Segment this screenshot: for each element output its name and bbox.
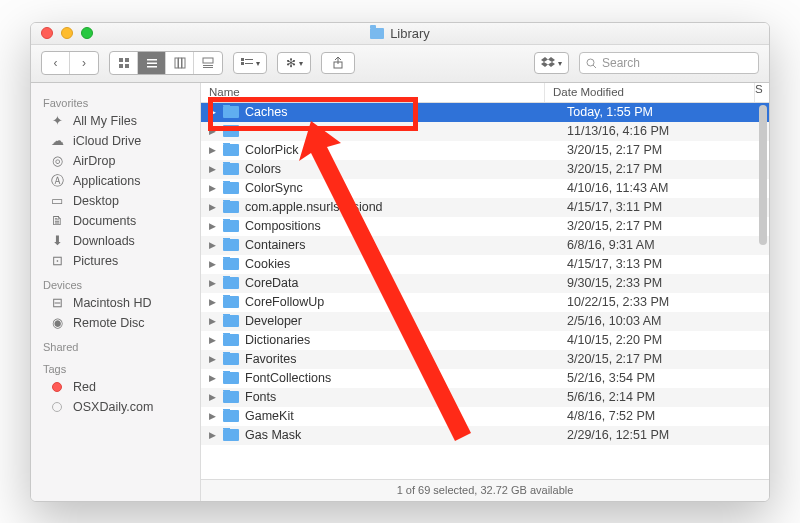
- row-date-cell: 3/20/15, 2:17 PM: [559, 162, 769, 176]
- chevron-down-icon: ▾: [299, 59, 303, 68]
- pictures-icon: ⊡: [49, 254, 65, 268]
- row-date-cell: 3/20/15, 2:17 PM: [559, 352, 769, 366]
- window-title-text: Library: [390, 26, 430, 41]
- titlebar: Library: [31, 23, 769, 45]
- forward-button[interactable]: ›: [70, 52, 98, 74]
- column-date-modified[interactable]: Date Modified: [545, 83, 755, 102]
- column-size[interactable]: S: [755, 83, 769, 102]
- row-name-text: FontCollections: [245, 371, 331, 385]
- disclosure-triangle-icon[interactable]: ▶: [207, 145, 217, 155]
- sidebar-item[interactable]: OSXDaily.com: [31, 397, 200, 417]
- table-row[interactable]: ▶Colors3/20/15, 2:17 PM: [201, 160, 769, 179]
- table-row[interactable]: ▶Cookies4/15/17, 3:13 PM: [201, 255, 769, 274]
- table-row[interactable]: ▶CoreFollowUp10/22/15, 2:33 PM: [201, 293, 769, 312]
- view-icon-grid[interactable]: [110, 52, 138, 74]
- table-row[interactable]: ▶CoreData9/30/15, 2:33 PM: [201, 274, 769, 293]
- disclosure-triangle-icon[interactable]: ▶: [207, 373, 217, 383]
- disclosure-triangle-icon[interactable]: ▶: [207, 202, 217, 212]
- sidebar-item-label: Applications: [73, 174, 140, 188]
- table-row[interactable]: ▶Favorites3/20/15, 2:17 PM: [201, 350, 769, 369]
- view-icon-coverflow[interactable]: [194, 52, 222, 74]
- row-name-text: Gas Mask: [245, 428, 301, 442]
- row-date-cell: Today, 1:55 PM: [559, 105, 769, 119]
- view-icon-list[interactable]: [138, 52, 166, 74]
- view-icon-columns[interactable]: [166, 52, 194, 74]
- table-row[interactable]: ▶ColorSync4/10/16, 11:43 AM: [201, 179, 769, 198]
- disclosure-triangle-icon[interactable]: ▶: [207, 240, 217, 250]
- close-button[interactable]: [41, 27, 53, 39]
- vertical-scrollbar[interactable]: [759, 105, 767, 245]
- arrange-button[interactable]: ▾: [233, 52, 267, 74]
- disclosure-triangle-icon[interactable]: ▶: [207, 430, 217, 440]
- back-button[interactable]: ‹: [42, 52, 70, 74]
- table-row[interactable]: ▶Compositions3/20/15, 2:17 PM: [201, 217, 769, 236]
- table-row[interactable]: ▶ColorPick3/20/15, 2:17 PM: [201, 141, 769, 160]
- sidebar-item[interactable]: ◎AirDrop: [31, 151, 200, 171]
- disclosure-triangle-icon[interactable]: ▶: [207, 335, 217, 345]
- dropbox-icon: [541, 57, 555, 69]
- sidebar-item-label: Downloads: [73, 234, 135, 248]
- svg-marker-22: [548, 62, 555, 67]
- table-row[interactable]: ▶GameKit4/8/16, 7:52 PM: [201, 407, 769, 426]
- sidebar-item[interactable]: ⬇Downloads: [31, 231, 200, 251]
- table-row[interactable]: ▶CachesToday, 1:55 PM: [201, 103, 769, 122]
- table-row[interactable]: ▶Gas Mask2/29/16, 12:51 PM: [201, 426, 769, 445]
- sidebar-header: Favorites: [31, 89, 200, 111]
- sidebar-item[interactable]: ✦All My Files: [31, 111, 200, 131]
- folder-icon: [223, 353, 239, 365]
- row-name-cell: ▶CoreData: [201, 276, 559, 290]
- row-name-text: Cookies: [245, 257, 290, 271]
- row-name-text: Colors: [245, 162, 281, 176]
- disclosure-triangle-icon[interactable]: ▶: [207, 392, 217, 402]
- sidebar-item[interactable]: Red: [31, 377, 200, 397]
- table-row[interactable]: ▶Dictionaries4/10/15, 2:20 PM: [201, 331, 769, 350]
- sidebar-item[interactable]: ☁iCloud Drive: [31, 131, 200, 151]
- row-date-cell: 4/15/17, 3:11 PM: [559, 200, 769, 214]
- sidebar-item[interactable]: 🗎Documents: [31, 211, 200, 231]
- share-button[interactable]: [321, 52, 355, 74]
- table-row[interactable]: ▶Containers6/8/16, 9:31 AM: [201, 236, 769, 255]
- status-bar: 1 of 69 selected, 32.72 GB available: [201, 479, 769, 501]
- disclosure-triangle-icon[interactable]: ▶: [207, 411, 217, 421]
- svg-rect-6: [147, 66, 157, 68]
- disclosure-triangle-icon[interactable]: ▶: [207, 297, 217, 307]
- row-name-cell: ▶Favorites: [201, 352, 559, 366]
- zoom-button[interactable]: [81, 27, 93, 39]
- sidebar-item[interactable]: ⊟Macintosh HD: [31, 293, 200, 313]
- sidebar-item[interactable]: ◉Remote Disc: [31, 313, 200, 333]
- disclosure-triangle-icon[interactable]: ▶: [207, 259, 217, 269]
- content: Name Date Modified S ▶CachesToday, 1:55 …: [201, 83, 769, 501]
- sidebar-header: Devices: [31, 271, 200, 293]
- disclosure-triangle-icon[interactable]: ▶: [207, 278, 217, 288]
- column-name[interactable]: Name: [201, 83, 545, 102]
- row-name-cell: ▶Gas Mask: [201, 428, 559, 442]
- table-row[interactable]: ▶com.apple.nsurlsessiond4/15/17, 3:11 PM: [201, 198, 769, 217]
- arrange-icon: [241, 58, 253, 68]
- disclosure-triangle-icon[interactable]: ▶: [207, 107, 217, 117]
- dropbox-button[interactable]: ▾: [534, 52, 569, 74]
- finder-window: Library ‹ › ▾ ✻ ▾: [30, 22, 770, 502]
- sidebar-item[interactable]: ⊡Pictures: [31, 251, 200, 271]
- table-row[interactable]: ▶Developer2/5/16, 10:03 AM: [201, 312, 769, 331]
- minimize-button[interactable]: [61, 27, 73, 39]
- disclosure-triangle-icon[interactable]: ▶: [207, 126, 217, 136]
- disclosure-triangle-icon[interactable]: ▶: [207, 354, 217, 364]
- disclosure-triangle-icon[interactable]: ▶: [207, 221, 217, 231]
- sidebar-item[interactable]: ▭Desktop: [31, 191, 200, 211]
- file-list[interactable]: ▶CachesToday, 1:55 PM▶11/13/16, 4:16 PM▶…: [201, 103, 769, 479]
- documents-icon: 🗎: [49, 214, 65, 228]
- disclosure-triangle-icon[interactable]: ▶: [207, 183, 217, 193]
- search-field[interactable]: Search: [579, 52, 759, 74]
- row-name-cell: ▶Colors: [201, 162, 559, 176]
- sidebar-item-label: Pictures: [73, 254, 118, 268]
- hd-icon: ⊟: [49, 296, 65, 310]
- row-name-text: GameKit: [245, 409, 294, 423]
- table-row[interactable]: ▶FontCollections5/2/16, 3:54 PM: [201, 369, 769, 388]
- window-controls: [41, 27, 93, 39]
- sidebar-item[interactable]: ⒶApplications: [31, 171, 200, 191]
- action-button[interactable]: ✻ ▾: [277, 52, 311, 74]
- table-row[interactable]: ▶Fonts5/6/16, 2:14 PM: [201, 388, 769, 407]
- disclosure-triangle-icon[interactable]: ▶: [207, 164, 217, 174]
- disclosure-triangle-icon[interactable]: ▶: [207, 316, 217, 326]
- table-row[interactable]: ▶11/13/16, 4:16 PM: [201, 122, 769, 141]
